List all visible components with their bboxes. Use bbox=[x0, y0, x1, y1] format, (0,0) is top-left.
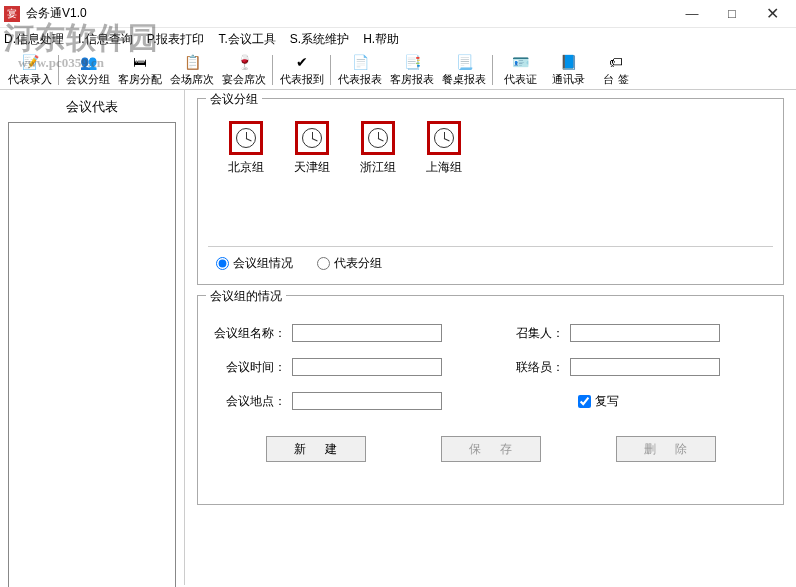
group-item-beijing[interactable]: 北京组 bbox=[228, 121, 264, 195]
input-contact[interactable] bbox=[570, 358, 720, 376]
menu-info[interactable]: I.信息查询 bbox=[78, 31, 133, 48]
checkbox-copy[interactable]: 复写 bbox=[578, 393, 619, 410]
tool-rep-input[interactable]: 📝代表录入 bbox=[4, 51, 56, 89]
titlebar: 宴 会务通V1.0 — □ ✕ bbox=[0, 0, 796, 28]
label-time: 会议时间： bbox=[214, 359, 292, 376]
window-title: 会务通V1.0 bbox=[26, 5, 672, 22]
group-item-shanghai[interactable]: 上海组 bbox=[426, 121, 462, 195]
group-label: 上海组 bbox=[426, 159, 462, 176]
group-label: 北京组 bbox=[228, 159, 264, 176]
tool-badge[interactable]: 🪪代表证 bbox=[496, 51, 544, 89]
separator bbox=[330, 55, 332, 85]
legend: 会议分组 bbox=[206, 91, 262, 108]
badge-icon: 🪪 bbox=[511, 53, 529, 71]
tool-room-report[interactable]: 📑客房报表 bbox=[386, 51, 438, 89]
group-item-zhejiang[interactable]: 浙江组 bbox=[360, 121, 396, 195]
legend: 会议组的情况 bbox=[206, 288, 286, 305]
menu-help[interactable]: H.帮助 bbox=[363, 31, 399, 48]
label-place: 会议地点： bbox=[214, 393, 292, 410]
group-item-tianjin[interactable]: 天津组 bbox=[294, 121, 330, 195]
input-time[interactable] bbox=[292, 358, 442, 376]
tool-grouping[interactable]: 👥会议分组 bbox=[62, 51, 114, 89]
representative-tree[interactable] bbox=[8, 122, 176, 587]
groupbox-detail: 会议组的情况 会议组名称： 召集人： 会议时间： 联络员： 会议地点： bbox=[197, 295, 784, 505]
menubar: D.信息处理 I.信息查询 P.报表打印 T.会议工具 S.系统维护 H.帮助 bbox=[0, 28, 796, 50]
clock-icon bbox=[361, 121, 395, 155]
minimize-button[interactable]: — bbox=[672, 0, 712, 28]
tool-room-assign[interactable]: 🛏客房分配 bbox=[114, 51, 166, 89]
group-list: 北京组 天津组 浙江组 上海组 bbox=[208, 111, 773, 201]
clock-icon bbox=[295, 121, 329, 155]
sidebar: 会议代表 bbox=[0, 90, 185, 585]
groupbox-groups: 会议分组 北京组 天津组 浙江组 上海组 bbox=[197, 98, 784, 285]
input-place[interactable] bbox=[292, 392, 442, 410]
seat-icon: 📋 bbox=[183, 53, 201, 71]
report-icon: 📑 bbox=[403, 53, 421, 71]
banquet-icon: 🍷 bbox=[235, 53, 253, 71]
separator bbox=[58, 55, 60, 85]
menu-data[interactable]: D.信息处理 bbox=[4, 31, 64, 48]
toolbar: 📝代表录入 👥会议分组 🛏客房分配 📋会场席次 🍷宴会席次 ✔代表报到 📄代表报… bbox=[0, 50, 796, 90]
tool-venue-seat[interactable]: 📋会场席次 bbox=[166, 51, 218, 89]
separator bbox=[492, 55, 494, 85]
label-contact: 联络员： bbox=[492, 359, 570, 376]
group-label: 浙江组 bbox=[360, 159, 396, 176]
tool-sign[interactable]: 🏷台 签 bbox=[592, 51, 640, 89]
sign-icon: 🏷 bbox=[607, 53, 625, 71]
group-icon: 👥 bbox=[79, 53, 97, 71]
input-host[interactable] bbox=[570, 324, 720, 342]
tool-banquet-seat[interactable]: 🍷宴会席次 bbox=[218, 51, 270, 89]
tool-rep-report[interactable]: 📄代表报表 bbox=[334, 51, 386, 89]
menu-print[interactable]: P.报表打印 bbox=[147, 31, 205, 48]
sidebar-header: 会议代表 bbox=[8, 96, 176, 122]
label-host: 召集人： bbox=[492, 325, 570, 342]
separator bbox=[272, 55, 274, 85]
edit-icon: 📝 bbox=[21, 53, 39, 71]
tool-table-report[interactable]: 📃餐桌报表 bbox=[438, 51, 490, 89]
group-label: 天津组 bbox=[294, 159, 330, 176]
close-button[interactable]: ✕ bbox=[752, 0, 792, 28]
tool-contacts[interactable]: 📘通讯录 bbox=[544, 51, 592, 89]
menu-tools[interactable]: T.会议工具 bbox=[218, 31, 275, 48]
app-icon: 宴 bbox=[4, 6, 20, 22]
clock-icon bbox=[229, 121, 263, 155]
input-group-name[interactable] bbox=[292, 324, 442, 342]
report-icon: 📃 bbox=[455, 53, 473, 71]
new-button[interactable]: 新 建 bbox=[266, 436, 366, 462]
book-icon: 📘 bbox=[559, 53, 577, 71]
menu-system[interactable]: S.系统维护 bbox=[290, 31, 349, 48]
check-icon: ✔ bbox=[293, 53, 311, 71]
radio-group-status[interactable]: 会议组情况 bbox=[216, 255, 293, 272]
main-panel: 会议分组 北京组 天津组 浙江组 上海组 bbox=[185, 90, 796, 585]
report-icon: 📄 bbox=[351, 53, 369, 71]
maximize-button[interactable]: □ bbox=[712, 0, 752, 28]
room-icon: 🛏 bbox=[131, 53, 149, 71]
clock-icon bbox=[427, 121, 461, 155]
label-group-name: 会议组名称： bbox=[214, 325, 292, 342]
radio-rep-groups[interactable]: 代表分组 bbox=[317, 255, 382, 272]
tool-checkin[interactable]: ✔代表报到 bbox=[276, 51, 328, 89]
delete-button[interactable]: 删 除 bbox=[616, 436, 716, 462]
save-button[interactable]: 保 存 bbox=[441, 436, 541, 462]
